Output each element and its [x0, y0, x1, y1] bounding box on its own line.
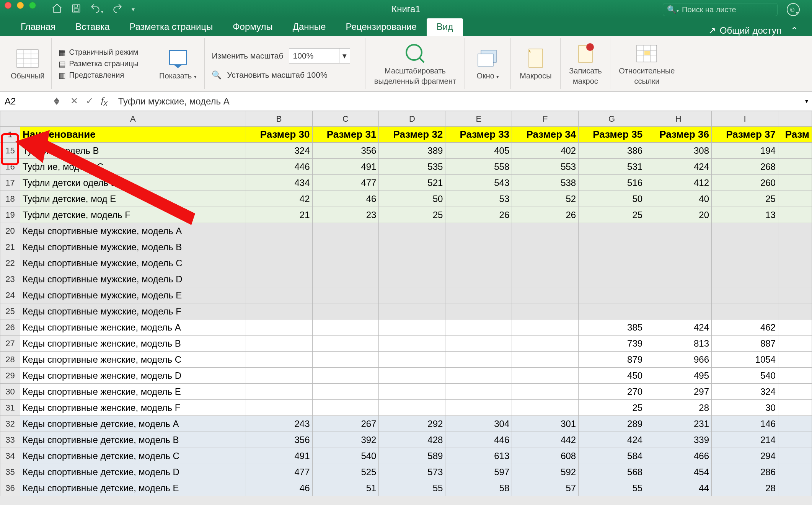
save-icon[interactable]	[71, 3, 81, 15]
row-header-26[interactable]: 26	[0, 319, 20, 336]
row-header-21[interactable]: 21	[0, 239, 20, 255]
cell[interactable]	[645, 287, 712, 303]
cell[interactable]: 1054	[712, 352, 778, 368]
cell[interactable]: 521	[379, 175, 445, 191]
cell[interactable]	[379, 239, 445, 255]
formula-input[interactable]: Туфли мужские, модель A	[114, 96, 230, 107]
custom-views[interactable]: ▥Представления	[59, 71, 138, 80]
cell[interactable]	[445, 352, 512, 368]
page-layout-view[interactable]: ▤Разметка страницы	[59, 59, 138, 68]
cell[interactable]: 568	[579, 464, 645, 480]
cell[interactable]: 46	[246, 480, 312, 496]
undo-icon[interactable]: ▾	[90, 3, 103, 15]
row-header-15[interactable]: 15	[0, 143, 20, 159]
cell[interactable]: 25	[579, 400, 645, 416]
feedback-icon[interactable]: ☺▾	[787, 3, 800, 16]
cell[interactable]: 57	[512, 480, 579, 496]
cell[interactable]: 450	[579, 368, 645, 384]
expand-formula-bar-icon[interactable]: ▾	[805, 98, 808, 105]
cell[interactable]	[445, 368, 512, 384]
cell[interactable]: 286	[712, 464, 778, 480]
cell[interactable]: 454	[645, 464, 712, 480]
group-zoom-selection[interactable]: Масштабировать выделенный фрагмент	[365, 38, 465, 89]
cell[interactable]	[312, 303, 379, 319]
cell[interactable]	[445, 400, 512, 416]
cell[interactable]: 525	[312, 464, 379, 480]
cell[interactable]	[645, 303, 712, 319]
cell[interactable]	[246, 239, 312, 255]
col-header-I[interactable]: I	[712, 111, 778, 127]
cell[interactable]	[778, 287, 812, 303]
cell[interactable]: Туфли детские, модель F	[20, 207, 246, 223]
cell[interactable]: 356	[312, 143, 379, 159]
cell[interactable]	[246, 271, 312, 287]
accept-formula-icon[interactable]: ✓	[86, 96, 93, 106]
cell[interactable]: 52	[512, 191, 579, 207]
cell[interactable]	[778, 416, 812, 432]
cell[interactable]	[445, 223, 512, 239]
cell[interactable]: 292	[379, 416, 445, 432]
cell[interactable]	[778, 191, 812, 207]
search-sheet-input[interactable]: 🔍▾ Поиск на листе	[663, 3, 778, 16]
cell[interactable]: 356	[246, 432, 312, 448]
cell[interactable]: 44	[645, 480, 712, 496]
tab-page-layout[interactable]: Разметка страницы	[120, 18, 223, 36]
cell[interactable]: 491	[246, 448, 312, 464]
cell[interactable]: 26	[445, 207, 512, 223]
cell[interactable]: 813	[645, 336, 712, 352]
cell[interactable]	[246, 336, 312, 352]
cell[interactable]: 573	[379, 464, 445, 480]
cell[interactable]	[778, 368, 812, 384]
collapse-ribbon-icon[interactable]: ⌃	[791, 25, 798, 36]
cell[interactable]: 231	[645, 416, 712, 432]
cell[interactable]	[712, 303, 778, 319]
cell[interactable]: 477	[312, 175, 379, 191]
cell[interactable]	[512, 319, 579, 336]
cell[interactable]	[312, 336, 379, 352]
cell[interactable]: Кеды спортивные женские, модель B	[20, 336, 246, 352]
row-header-16[interactable]: 16	[0, 159, 20, 175]
cell[interactable]	[645, 271, 712, 287]
row-header-29[interactable]: 29	[0, 368, 20, 384]
cell[interactable]: 495	[645, 368, 712, 384]
cell[interactable]: 608	[512, 448, 579, 464]
cell[interactable]: 25	[379, 207, 445, 223]
cell[interactable]	[778, 432, 812, 448]
group-window[interactable]: Окно ▾	[465, 38, 511, 89]
cell[interactable]: Размер 30	[246, 127, 312, 143]
cell[interactable]	[246, 400, 312, 416]
cell[interactable]	[379, 400, 445, 416]
cell[interactable]	[445, 287, 512, 303]
row-header-22[interactable]: 22	[0, 255, 20, 271]
cell[interactable]	[778, 143, 812, 159]
cell[interactable]: 26	[512, 207, 579, 223]
cell[interactable]: 540	[712, 368, 778, 384]
cell[interactable]: Кеды спортивные женские, модель C	[20, 352, 246, 368]
cell[interactable]: 20	[645, 207, 712, 223]
col-header-C[interactable]: C	[312, 111, 379, 127]
cell[interactable]	[579, 271, 645, 287]
page-break-view[interactable]: ▦Страничный режим	[59, 48, 138, 57]
cell[interactable]	[379, 368, 445, 384]
cell[interactable]: 55	[379, 480, 445, 496]
cell[interactable]	[379, 384, 445, 400]
cell[interactable]	[579, 239, 645, 255]
group-macros[interactable]: Макросы	[511, 38, 561, 89]
tab-view[interactable]: Вид	[427, 18, 463, 36]
tab-review[interactable]: Рецензирование	[336, 18, 426, 36]
cell[interactable]	[512, 303, 579, 319]
cell[interactable]	[778, 175, 812, 191]
cell[interactable]: 146	[712, 416, 778, 432]
cell[interactable]	[445, 336, 512, 352]
cell[interactable]	[712, 255, 778, 271]
cell[interactable]: Кеды спортивные женские, модель A	[20, 319, 246, 336]
cell[interactable]	[645, 239, 712, 255]
cell[interactable]: Размер 31	[312, 127, 379, 143]
cell[interactable]	[312, 319, 379, 336]
cell[interactable]: 428	[379, 432, 445, 448]
cell[interactable]: 294	[712, 448, 778, 464]
cell[interactable]	[778, 239, 812, 255]
cell[interactable]: Размер 36	[645, 127, 712, 143]
cell[interactable]: 466	[645, 448, 712, 464]
cell[interactable]	[579, 223, 645, 239]
